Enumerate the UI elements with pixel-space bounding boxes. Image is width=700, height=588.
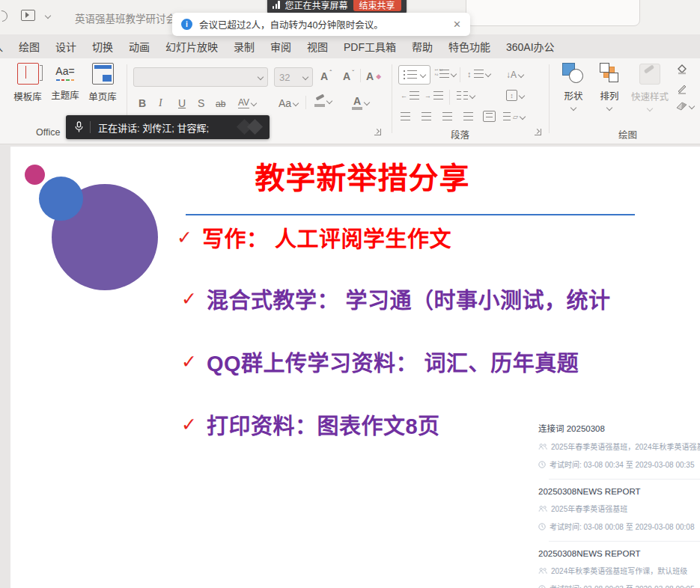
shapes-icon xyxy=(562,63,585,84)
bullet-item-blended-teaching[interactable]: ✓ 混合式教学： 学习通（时事小测试，统计 xyxy=(181,283,611,314)
align-right-button[interactable] xyxy=(442,112,452,121)
shadow-button[interactable]: S xyxy=(198,97,204,109)
close-icon[interactable]: ✕ xyxy=(453,19,461,30)
underline-button[interactable]: U xyxy=(178,97,186,109)
office-group-label: Office xyxy=(36,127,60,138)
tab-transitions[interactable]: 切换 xyxy=(92,39,113,54)
font-name-combobox[interactable] xyxy=(133,67,268,87)
font-dialog-launcher-icon[interactable] xyxy=(374,129,381,135)
bullet-item-print-materials[interactable]: ✓ 打印资料：图表作文8页 xyxy=(181,408,440,440)
clock-icon xyxy=(538,585,546,588)
signal-bars-icon xyxy=(273,1,280,9)
info-icon: i xyxy=(181,19,192,30)
quick-styles-icon xyxy=(639,64,660,85)
people-icon xyxy=(538,443,547,450)
clock-icon xyxy=(538,461,546,468)
shape-fill-icon[interactable] xyxy=(676,64,688,79)
checkmark-icon: ✓ xyxy=(177,227,192,248)
paragraph-group-label: 段落 xyxy=(451,127,469,141)
distribute-text-button[interactable] xyxy=(483,111,496,122)
quick-styles-button[interactable]: 快速样式 xyxy=(629,63,671,111)
tab-special-features[interactable]: 特色功能 xyxy=(448,39,490,54)
text-direction-button[interactable]: ↓A xyxy=(506,70,523,80)
tab-record[interactable]: 录制 xyxy=(234,39,255,54)
font-color-button[interactable]: A xyxy=(352,96,369,110)
tab-design[interactable]: 设计 xyxy=(55,39,76,54)
change-case-button[interactable]: Aa xyxy=(279,97,298,109)
grow-font-button[interactable]: Aˆ xyxy=(320,70,332,82)
clear-format-button[interactable]: A◆ xyxy=(366,70,381,82)
smartart-convert-button[interactable]: ▱ xyxy=(503,112,525,121)
checkmark-icon: ✓ xyxy=(181,414,197,435)
tab-slideshow[interactable]: 幻灯片放映 xyxy=(165,39,218,54)
line-spacing-button[interactable]: ↕ xyxy=(467,70,490,79)
template-library-button[interactable]: 模板库 xyxy=(10,63,46,103)
theme-library-button[interactable]: Aa= 主题库 xyxy=(47,63,83,102)
decorative-circle-blue xyxy=(39,177,83,221)
end-share-button[interactable]: 结束共享 xyxy=(353,0,401,11)
slide-title[interactable]: 教学新举措分享 xyxy=(123,154,602,197)
numbered-list-button[interactable] xyxy=(434,70,456,79)
single-page-library-icon xyxy=(92,63,114,85)
undo-icon[interactable] xyxy=(0,8,10,24)
tab-review[interactable]: 审阅 xyxy=(270,39,291,54)
titlebar-right-box xyxy=(466,0,640,26)
theme-library-icon: Aa= xyxy=(55,63,76,83)
title-divider-line xyxy=(186,214,635,215)
tab-insert-partial[interactable]: 入 xyxy=(0,39,3,54)
justify-button[interactable] xyxy=(463,112,473,121)
shapes-button[interactable]: 形状 xyxy=(557,63,590,110)
drawing-group-label: 绘图 xyxy=(618,127,637,141)
bold-button[interactable]: B xyxy=(139,97,146,109)
tab-help[interactable]: 帮助 xyxy=(412,39,433,54)
exam-list-item[interactable]: 20250308NEWS REPORT 2024年秋季英语强基班写作课，默认班级… xyxy=(528,542,700,588)
microphone-icon xyxy=(74,120,84,134)
columns-button[interactable] xyxy=(457,91,475,100)
align-center-button[interactable] xyxy=(421,112,431,121)
arrange-button[interactable]: 排列 xyxy=(593,63,626,110)
exam-list-panel: 连接词 20250308 2025年春季英语强基班，2024年秋季英语强基班 考… xyxy=(528,414,700,588)
people-icon xyxy=(538,567,547,575)
align-left-button[interactable] xyxy=(401,112,410,121)
tab-animations[interactable]: 动画 xyxy=(129,39,150,54)
chevron-down-icon[interactable] xyxy=(45,13,51,19)
speaking-text: 正在讲话: 刘传江; 甘容辉; xyxy=(98,120,209,135)
template-library-icon xyxy=(17,63,39,85)
meeting-toast-text: 会议已超过2人，自动转为40分钟限时会议。 xyxy=(199,17,383,31)
exam-list-item[interactable]: 连接词 20250308 2025年春季英语强基班，2024年秋季英语强基班 考… xyxy=(528,414,700,480)
tab-360ai[interactable]: 360AI办公 xyxy=(506,39,555,54)
arrange-icon xyxy=(599,63,620,84)
slide-canvas[interactable]: 教学新举措分享 ✓ 写作： 人工评阅学生作文 ✓ 混合式教学： 学习通（时事小测… xyxy=(10,147,700,588)
highlight-color-button[interactable] xyxy=(314,96,332,107)
exam-list-item[interactable]: 20250308NEWS REPORT 2025年春季英语强基班 考试时间: 0… xyxy=(528,480,700,542)
clock-icon xyxy=(538,523,546,530)
single-page-library-button[interactable]: 单页库 xyxy=(85,63,121,103)
meeting-limit-toast: i 会议已超过2人，自动转为40分钟限时会议。 ✕ xyxy=(172,13,470,36)
font-size-combobox[interactable]: 32 xyxy=(274,67,313,87)
checkmark-icon: ✓ xyxy=(181,351,197,373)
share-status-text: 您正在共享屏幕 xyxy=(285,0,348,11)
character-spacing-button[interactable]: AV xyxy=(238,97,256,108)
slideshow-icon[interactable] xyxy=(21,10,35,21)
shrink-font-button[interactable]: Aˇ xyxy=(343,70,355,82)
decorative-circle-magenta xyxy=(25,165,45,185)
ribbon-tabs: 入 绘图 设计 切换 动画 幻灯片放映 录制 审阅 视图 PDF工具箱 帮助 特… xyxy=(0,34,555,58)
tab-draw[interactable]: 绘图 xyxy=(19,39,40,54)
vertical-text-button[interactable]: ↕ xyxy=(506,90,524,101)
decrease-indent-button[interactable]: ← xyxy=(401,91,419,100)
speaking-indicator-toast: 正在讲话: 刘传江; 甘容辉; xyxy=(66,115,270,139)
increase-indent-button[interactable]: → xyxy=(424,91,443,100)
people-icon xyxy=(538,505,547,512)
tab-view[interactable]: 视图 xyxy=(307,39,328,54)
paragraph-dialog-launcher-icon[interactable] xyxy=(535,129,541,135)
checkmark-icon: ✓ xyxy=(181,288,197,310)
italic-button[interactable]: I xyxy=(159,97,162,109)
tab-pdf-toolbox[interactable]: PDF工具箱 xyxy=(344,39,396,54)
bullet-item-writing[interactable]: ✓ 写作： 人工评阅学生作文 xyxy=(177,221,451,253)
bullet-list-button[interactable] xyxy=(398,65,430,85)
strikethrough-button[interactable]: ab xyxy=(216,99,225,109)
shape-outline-icon[interactable] xyxy=(676,83,688,97)
bullet-item-qq-materials[interactable]: ✓ QQ群上传学习资料： 词汇、历年真题 xyxy=(181,346,579,377)
shape-effects-icon[interactable] xyxy=(676,102,694,111)
